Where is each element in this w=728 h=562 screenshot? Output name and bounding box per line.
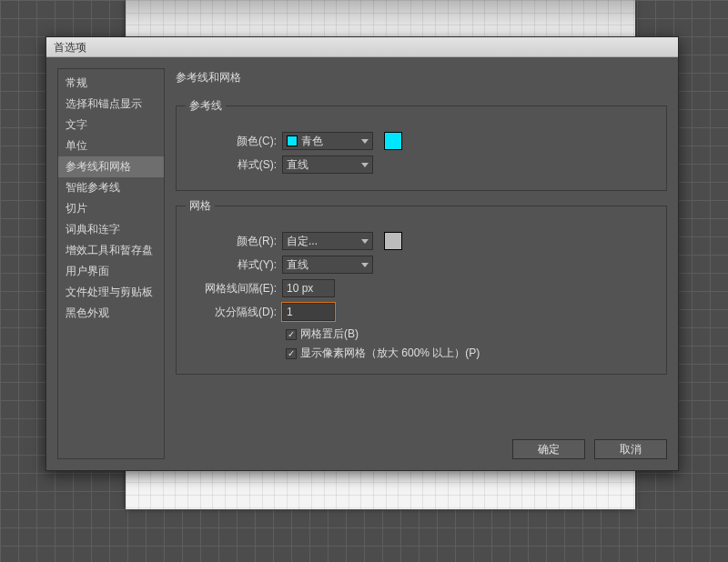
dialog-title-bar[interactable]: 首选项 <box>46 37 678 57</box>
grid-spacing-label: 网格线间隔(E): <box>186 281 277 296</box>
dialog-body: 常规 选择和锚点显示 文字 单位 参考线和网格 智能参考线 切片 词典和连字 增… <box>46 57 678 470</box>
checkbox-checked-icon: ✓ <box>286 348 297 359</box>
dialog-buttons: 确定 取消 <box>512 439 667 459</box>
sidebar-item-type[interactable]: 文字 <box>58 115 164 135</box>
grid-color-value: 自定... <box>287 234 358 249</box>
sidebar-item-selection-anchor[interactable]: 选择和锚点显示 <box>58 94 164 115</box>
grid-color-label: 颜色(R): <box>186 234 277 249</box>
grid-fieldset: 网格 颜色(R): 自定... 样式(Y): 直线 <box>176 198 667 375</box>
guides-style-dropdown[interactable]: 直线 <box>282 156 373 174</box>
grid-legend: 网格 <box>186 198 215 214</box>
guides-style-row: 样式(S): 直线 <box>186 156 657 174</box>
grid-spacing-input[interactable] <box>282 279 335 297</box>
grid-color-picker[interactable] <box>384 232 402 250</box>
guides-color-label: 颜色(C): <box>186 134 277 149</box>
preferences-dialog: 首选项 常规 选择和锚点显示 文字 单位 参考线和网格 智能参考线 切片 词典和… <box>46 36 679 471</box>
grid-back-label: 网格置后(B) <box>300 326 359 342</box>
guides-color-value: 青色 <box>301 134 358 149</box>
chevron-down-icon <box>361 263 369 267</box>
guides-color-row: 颜色(C): 青色 <box>186 132 657 150</box>
grid-color-row: 颜色(R): 自定... <box>186 232 657 250</box>
guides-color-dropdown[interactable]: 青色 <box>282 132 373 150</box>
grid-back-checkbox-row[interactable]: ✓ 网格置后(B) <box>286 326 657 342</box>
grid-style-value: 直线 <box>287 257 358 273</box>
sidebar-item-file-clipboard[interactable]: 文件处理与剪贴板 <box>58 282 164 303</box>
grid-subdiv-label: 次分隔线(D): <box>186 305 277 320</box>
checkbox-checked-icon: ✓ <box>286 329 297 340</box>
grid-style-row: 样式(Y): 直线 <box>186 256 657 274</box>
pixel-grid-label: 显示像素网格（放大 600% 以上）(P) <box>300 346 480 361</box>
sidebar-item-plugins-scratch[interactable]: 增效工具和暂存盘 <box>58 240 164 261</box>
guides-color-picker[interactable] <box>384 132 402 150</box>
grid-subdiv-row: 次分隔线(D): <box>186 303 657 321</box>
sidebar-item-smart-guides[interactable]: 智能参考线 <box>58 177 164 198</box>
dialog-title: 首选项 <box>54 41 86 54</box>
sidebar-item-ui[interactable]: 用户界面 <box>58 261 164 282</box>
guides-style-value: 直线 <box>287 157 358 173</box>
guides-color-swatch-icon <box>287 135 298 146</box>
grid-style-dropdown[interactable]: 直线 <box>282 256 373 274</box>
pixel-grid-checkbox-row[interactable]: ✓ 显示像素网格（放大 600% 以上）(P) <box>286 346 657 361</box>
preferences-main: 参考线和网格 参考线 颜色(C): 青色 样式(S): 直线 <box>176 68 667 459</box>
sidebar-item-slices[interactable]: 切片 <box>58 198 164 219</box>
ok-button[interactable]: 确定 <box>512 439 585 459</box>
guides-legend: 参考线 <box>186 98 226 114</box>
sidebar-item-general[interactable]: 常规 <box>58 73 164 94</box>
cancel-button[interactable]: 取消 <box>594 439 667 459</box>
grid-color-dropdown[interactable]: 自定... <box>282 232 373 250</box>
sidebar-item-units[interactable]: 单位 <box>58 135 164 156</box>
chevron-down-icon <box>361 163 369 167</box>
sidebar-item-hyphenation[interactable]: 词典和连字 <box>58 219 164 240</box>
grid-subdiv-input[interactable] <box>282 303 335 321</box>
sidebar-item-black-appearance[interactable]: 黑色外观 <box>58 303 164 324</box>
chevron-down-icon <box>361 239 369 244</box>
grid-style-label: 样式(Y): <box>186 257 277 273</box>
chevron-down-icon <box>361 139 369 144</box>
preferences-sidebar: 常规 选择和锚点显示 文字 单位 参考线和网格 智能参考线 切片 词典和连字 增… <box>57 68 165 459</box>
artboard-shadow <box>126 0 635 33</box>
guides-fieldset: 参考线 颜色(C): 青色 样式(S): 直线 <box>176 98 667 191</box>
page-title: 参考线和网格 <box>176 68 667 91</box>
sidebar-item-guides-grid[interactable]: 参考线和网格 <box>58 156 164 177</box>
guides-style-label: 样式(S): <box>186 157 277 173</box>
grid-spacing-row: 网格线间隔(E): <box>186 279 657 297</box>
